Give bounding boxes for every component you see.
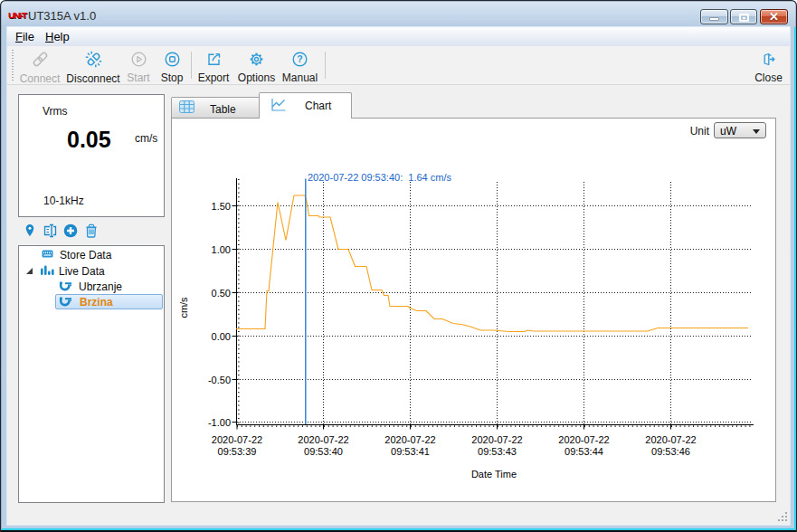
svg-text:09:53:41: 09:53:41 bbox=[391, 446, 430, 457]
svg-text:2020-07-22: 2020-07-22 bbox=[212, 434, 262, 445]
svg-text:0.50: 0.50 bbox=[212, 288, 231, 299]
svg-text:1.50: 1.50 bbox=[212, 201, 231, 212]
svg-text:2020-07-22: 2020-07-22 bbox=[384, 434, 435, 445]
svg-text:09:53:39: 09:53:39 bbox=[218, 446, 257, 457]
svg-text:Date Time: Date Time bbox=[471, 469, 517, 480]
svg-text:09:53:44: 09:53:44 bbox=[565, 446, 603, 457]
svg-text:09:53:46: 09:53:46 bbox=[651, 446, 690, 457]
svg-text:2020-07-22 09:53:40: 1.64 cm/: 2020-07-22 09:53:40: 1.64 cm/s bbox=[308, 172, 451, 183]
svg-text:2020-07-22: 2020-07-22 bbox=[471, 434, 522, 445]
svg-text:0.00: 0.00 bbox=[212, 331, 231, 342]
svg-text:1.00: 1.00 bbox=[212, 244, 231, 255]
svg-text:2020-07-22: 2020-07-22 bbox=[558, 434, 609, 445]
svg-text:cm/s: cm/s bbox=[178, 297, 189, 318]
svg-text:-1.00: -1.00 bbox=[208, 417, 231, 428]
svg-text:?: ? bbox=[297, 53, 302, 64]
svg-text:2020-07-22: 2020-07-22 bbox=[645, 434, 696, 445]
svg-text:2020-07-22: 2020-07-22 bbox=[298, 434, 348, 445]
svg-text:-0.50: -0.50 bbox=[208, 375, 231, 385]
svg-text:09:53:40: 09:53:40 bbox=[304, 446, 343, 457]
svg-text:09:53:43: 09:53:43 bbox=[478, 446, 517, 457]
